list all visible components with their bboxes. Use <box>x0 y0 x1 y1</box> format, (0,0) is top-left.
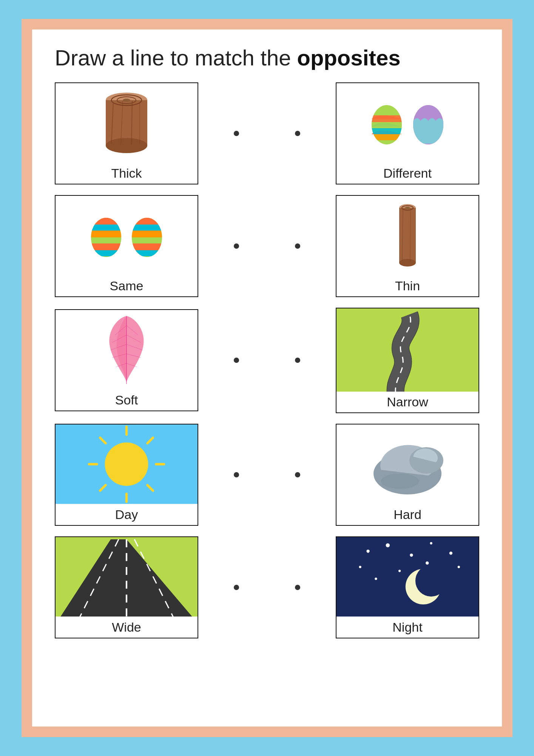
svg-point-39 <box>399 259 416 266</box>
thick-log-icon <box>102 93 151 153</box>
card-thin: Thin <box>336 195 479 297</box>
page-title: Draw a line to match the opposites <box>55 45 479 71</box>
svg-rect-24 <box>87 225 125 231</box>
dot-left-3 <box>234 358 239 363</box>
svg-rect-38 <box>399 208 416 263</box>
dot-right-3 <box>295 358 300 363</box>
svg-rect-23 <box>87 218 125 225</box>
label-same: Same <box>108 276 145 296</box>
card-wide: Wide <box>55 536 198 638</box>
svg-point-81 <box>359 566 361 568</box>
dot-left-5 <box>234 585 239 590</box>
svg-rect-33 <box>128 231 166 237</box>
card-hard: Hard <box>336 424 479 526</box>
svg-rect-74 <box>336 537 478 617</box>
svg-point-9 <box>123 99 130 102</box>
svg-rect-32 <box>128 225 166 231</box>
svg-line-41 <box>410 208 411 261</box>
svg-point-83 <box>426 561 429 564</box>
label-thin: Thin <box>393 276 422 296</box>
svg-rect-31 <box>128 218 166 225</box>
egg2-icon <box>409 96 447 149</box>
wide-road-icon <box>56 537 198 617</box>
svg-point-76 <box>386 543 390 547</box>
svg-point-79 <box>449 552 452 555</box>
same-egg2-icon <box>128 209 166 262</box>
label-soft: Soft <box>113 390 140 411</box>
svg-point-82 <box>398 570 401 572</box>
dot-right-1 <box>295 131 300 136</box>
card-soft: Soft <box>55 309 198 411</box>
svg-point-78 <box>430 542 432 544</box>
svg-point-84 <box>375 578 377 580</box>
dot-right-5 <box>295 585 300 590</box>
narrow-road-icon <box>336 308 478 392</box>
svg-rect-27 <box>87 243 125 250</box>
dot-left-4 <box>234 472 239 477</box>
label-different: Different <box>381 163 434 184</box>
svg-rect-15 <box>368 128 406 134</box>
feather-icon <box>104 314 149 386</box>
label-wide: Wide <box>110 617 143 638</box>
label-night: Night <box>390 617 424 638</box>
card-day: Day <box>55 424 198 526</box>
svg-rect-13 <box>368 115 406 122</box>
svg-point-43 <box>405 207 410 209</box>
svg-rect-14 <box>368 122 406 128</box>
dot-left-2 <box>234 243 239 249</box>
svg-rect-34 <box>128 237 166 243</box>
svg-point-88 <box>415 565 447 597</box>
card-thick: Thick <box>55 82 198 184</box>
same-egg1-icon <box>87 209 125 262</box>
rock-icon <box>370 432 445 496</box>
svg-point-80 <box>458 566 460 568</box>
svg-point-57 <box>105 443 148 486</box>
inner-card: Draw a line to match the opposites <box>32 29 502 727</box>
svg-rect-25 <box>87 231 125 237</box>
svg-rect-35 <box>128 243 166 250</box>
svg-rect-36 <box>128 250 166 256</box>
label-hard: Hard <box>392 504 423 525</box>
night-icon <box>336 537 478 617</box>
card-different: Different <box>336 82 479 184</box>
title-normal: Draw a line to match the <box>55 45 297 70</box>
card-same: Same <box>55 195 198 297</box>
card-narrow: Narrow <box>336 308 479 413</box>
dot-right-4 <box>295 472 300 477</box>
thin-log-icon <box>397 203 418 268</box>
label-thick: Thick <box>109 163 144 184</box>
card-night: Night <box>336 536 479 638</box>
label-narrow: Narrow <box>385 392 430 412</box>
title-bold: opposites <box>297 45 401 70</box>
egg1-icon <box>368 96 406 149</box>
svg-rect-16 <box>368 134 406 140</box>
svg-point-68 <box>381 474 419 489</box>
svg-rect-20 <box>409 121 447 144</box>
svg-rect-28 <box>87 250 125 256</box>
label-day: Day <box>113 504 140 525</box>
svg-point-77 <box>410 553 413 556</box>
sun-icon <box>56 424 198 504</box>
svg-rect-26 <box>87 237 125 243</box>
outer-border: Draw a line to match the opposites <box>22 19 512 737</box>
dot-left-1 <box>234 131 239 136</box>
dot-right-2 <box>295 243 300 249</box>
